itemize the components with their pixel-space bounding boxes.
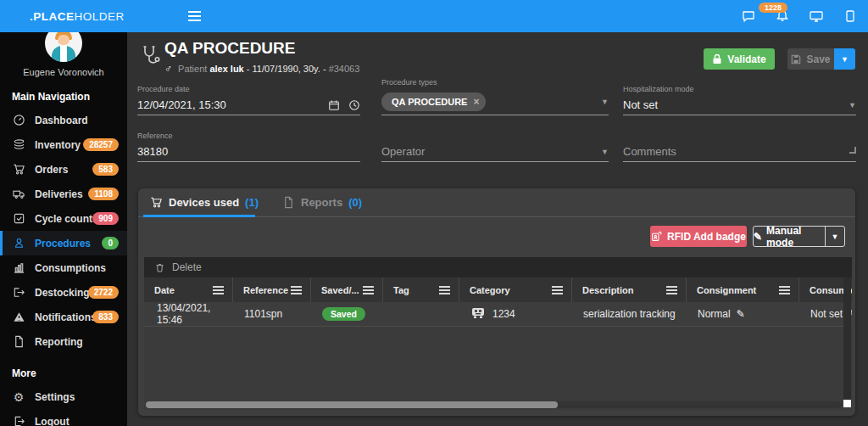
bar-chart-icon [12, 261, 25, 275]
procedures-count-badge: 0 [102, 237, 119, 249]
tab-bar: Devices used (1) Reports (0) [138, 188, 855, 217]
sidebar-item-consumptions[interactable]: Consumptions [0, 255, 127, 280]
procedure-date-input[interactable] [137, 98, 328, 111]
scrollbar-thumb[interactable] [146, 401, 558, 408]
column-menu-icon[interactable] [291, 286, 302, 294]
operator-input[interactable] [381, 145, 601, 158]
sidebar-item-cycle-counts[interactable]: Cycle counts 909 [0, 206, 127, 231]
patient-details: - 11/07/1990, 30y. - [247, 64, 326, 74]
reference-input[interactable] [137, 145, 360, 158]
delete-button[interactable]: Delete [172, 261, 202, 273]
comments-input[interactable] [623, 145, 849, 158]
cell-date: 13/04/2021, 15:46 [144, 302, 233, 326]
column-menu-icon[interactable] [779, 286, 790, 294]
main-content: QA PROCEDURE ♂ Patient alex luk - 11/07/… [127, 32, 868, 426]
table-row[interactable]: 13/04/2021, 15:46 1101spn Saved 1234 ser… [144, 302, 852, 327]
logo-bold: .PLACE [30, 10, 75, 23]
procedure-types-field: Procedure types QA PROCEDURE × ▼ [381, 78, 609, 115]
sidebar-item-settings[interactable]: ⚙ Settings [0, 384, 127, 409]
reference-field: Reference [137, 132, 360, 162]
operator-select[interactable]: ▼ [381, 142, 609, 162]
column-menu-icon[interactable] [213, 286, 224, 294]
sidebar-item-orders[interactable]: Orders 583 [0, 157, 127, 182]
page-title: QA PROCEDURE [164, 39, 295, 58]
chevron-down-icon[interactable]: ▼ [601, 148, 609, 156]
patient-info: ♂ Patient alex luk - 11/07/1990, 30y. - … [164, 63, 359, 75]
user-name: Eugene Voronovich [0, 67, 127, 77]
vertical-scrollbar[interactable] [843, 277, 851, 401]
chip-remove-icon[interactable]: × [473, 96, 479, 108]
file-icon [12, 335, 25, 349]
monitor-icon[interactable] [809, 8, 824, 24]
validate-button[interactable]: Validate [704, 48, 775, 70]
chat-icon[interactable] [741, 8, 756, 24]
column-menu-icon[interactable] [666, 286, 677, 294]
save-button[interactable]: Save [787, 48, 834, 70]
cart-icon [12, 163, 25, 177]
hamburger-menu-icon[interactable] [188, 11, 201, 21]
logo-light: HOLDER [75, 10, 125, 23]
operator-field: ▼ [381, 142, 609, 162]
rfid-add-badge-button[interactable]: RFID Add badge [650, 226, 747, 247]
comments-textarea[interactable] [623, 142, 856, 162]
hospitalization-mode-field: Hospitalization mode Not set ▼ [623, 85, 856, 115]
table-header-row: Date Reference Saved/... Tag Category De… [144, 277, 852, 302]
table-toolbar: Delete [144, 257, 852, 277]
column-menu-icon[interactable] [552, 286, 563, 294]
logout-door-icon[interactable] [843, 8, 858, 24]
cell-consignment: Normal ✎ [687, 302, 799, 326]
sidebar-item-inventory[interactable]: Inventory 28257 [0, 132, 127, 157]
sidebar-item-notifications[interactable]: Notifications 833 [0, 305, 127, 329]
chevron-down-icon[interactable]: ▼ [601, 98, 609, 106]
manual-mode-group: ✎ Manual mode ▼ [753, 226, 845, 247]
cell-description: serialization tracking [572, 302, 687, 326]
badge-icon [651, 231, 662, 242]
scrollbar-corner [843, 400, 851, 407]
calendar-icon[interactable] [328, 99, 340, 111]
user-profile[interactable]: Eugene Voronovich [0, 25, 127, 77]
sidebar-item-deliveries[interactable]: Deliveries 1108 [0, 182, 127, 206]
devices-card: Devices used (1) Reports (0) RFID Add ba… [138, 188, 855, 416]
procedure-types-select[interactable]: QA PROCEDURE × ▼ [381, 88, 609, 115]
save-dropdown-button[interactable]: ▼ [834, 48, 855, 70]
column-menu-icon[interactable] [439, 286, 450, 294]
inventory-count-badge: 28257 [83, 138, 119, 151]
manual-mode-dropdown[interactable]: ▼ [825, 227, 844, 246]
patient-name: alex luk [209, 64, 243, 74]
tab-devices-used[interactable]: Devices used (1) [138, 188, 270, 216]
sidebar-item-logout[interactable]: Logout [0, 409, 127, 426]
orders-count-badge: 583 [92, 163, 119, 176]
cell-category: 1234 [459, 302, 572, 326]
comments-field [623, 142, 856, 162]
active-tab-indicator [143, 215, 255, 217]
sidebar-item-dashboard[interactable]: Dashboard [0, 108, 127, 132]
nav-heading-main: Main Navigation [0, 77, 127, 108]
clock-icon[interactable] [348, 99, 360, 111]
saved-status-badge: Saved [322, 307, 365, 321]
top-bar: .PLACEHOLDER [0, 0, 868, 32]
person-icon [12, 237, 25, 250]
chevron-down-icon[interactable]: ▼ [849, 101, 856, 109]
chat-count-badge: 1228 [759, 3, 787, 13]
warning-icon [12, 311, 25, 324]
tab-reports[interactable]: Reports (0) [270, 188, 374, 216]
sidebar-item-procedures[interactable]: Procedures 0 [0, 231, 127, 255]
cell-tag [383, 302, 459, 326]
sidebar-item-reporting[interactable]: Reporting [0, 329, 127, 354]
hospitalization-mode-select[interactable]: Not set ▼ [623, 95, 856, 115]
pencil-icon: ✎ [754, 231, 762, 243]
checkbox-icon [12, 212, 25, 226]
box-out-icon [12, 286, 25, 300]
devices-table: Delete Date Reference Saved/... Tag Cate… [144, 257, 852, 410]
column-menu-icon[interactable] [363, 286, 374, 294]
manual-mode-button[interactable]: ✎ Manual mode [754, 227, 825, 246]
sidebar-item-destocking[interactable]: Destocking 2722 [0, 280, 127, 305]
device-robot-icon [470, 306, 492, 322]
patient-id: #34063 [329, 64, 360, 74]
cell-reference: 1101spn [233, 302, 311, 326]
horizontal-scrollbar[interactable] [146, 401, 842, 408]
notifications-count-badge: 833 [92, 311, 119, 323]
dashboard-icon [12, 114, 25, 127]
edit-pencil-icon[interactable]: ✎ [737, 308, 745, 320]
resize-handle[interactable] [849, 147, 856, 154]
